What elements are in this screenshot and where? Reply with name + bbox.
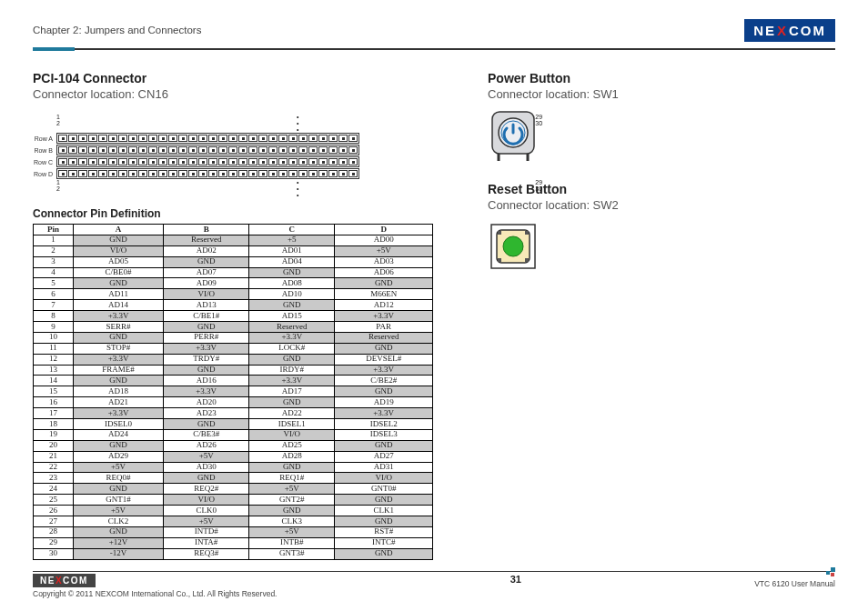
svg-rect-11 xyxy=(525,258,529,262)
svg-rect-13 xyxy=(831,567,835,572)
reset-button-title: Reset Button xyxy=(488,182,815,196)
pin-diagram-row: Row B xyxy=(33,145,433,155)
chapter-title: Chapter 2: Jumpers and Connectors xyxy=(33,25,201,35)
table-row: 25GNT1#VI/OGNT2#GND xyxy=(34,495,433,506)
power-button-location: Connector location: SW1 xyxy=(488,87,815,101)
table-row: 28GNDINTD#+5VRST# xyxy=(34,526,433,537)
page-number: 31 xyxy=(510,574,521,585)
copyright-text: Copyright © 2011 NEXCOM International Co… xyxy=(33,589,277,598)
footer-corner-mark xyxy=(826,567,835,576)
table-row: 13FRAME#GNDIRDY#+3.3V xyxy=(34,365,433,376)
pci104-location: Connector location: CN16 xyxy=(33,87,433,101)
table-row: 10GNDPERR#+3.3VReserved xyxy=(34,332,433,343)
table-row: 23REQ0#GNDREQ1#VI/O xyxy=(34,473,433,484)
table-row: 15AD18+3.3VAD17GND xyxy=(34,386,433,397)
table-row: 17+3.3VAD23AD22+3.3V xyxy=(34,408,433,419)
table-header: A xyxy=(74,225,164,235)
table-row: 30-12VREQ3#GNT3#GND xyxy=(34,548,433,559)
table-row: 6AD11VI/OAD10M66EN xyxy=(34,289,433,300)
pin-diagram-row: Row D xyxy=(33,168,433,179)
table-row: 2VI/OAD02AD01+5V xyxy=(34,245,433,256)
svg-rect-12 xyxy=(826,571,830,575)
pin-definition-table: PinABCD 1GNDReserved+5AD002VI/OAD02AD01+… xyxy=(33,224,433,560)
table-row: 5GNDAD09AD08GND xyxy=(34,278,433,289)
table-header: B xyxy=(164,225,249,235)
svg-rect-14 xyxy=(831,573,834,576)
table-row: 9SERR#GNDReservedPAR xyxy=(34,322,433,333)
pin-diagram-row: Row A xyxy=(33,133,433,144)
table-row: 1GNDReserved+5AD00 xyxy=(34,235,433,245)
page-footer: NEXCOM Copyright © 2011 NEXCOM Internati… xyxy=(33,571,835,599)
table-row: 16AD21AD20GNDAD19 xyxy=(34,397,433,408)
table-row: 29+12VINTA#INTB#INTC# xyxy=(34,537,433,548)
svg-point-7 xyxy=(503,236,523,256)
svg-rect-8 xyxy=(498,231,501,235)
header-rule xyxy=(33,47,835,51)
nexcom-logo: NEXCOM xyxy=(744,19,835,42)
table-row: 19AD24C/BE3#VI/OIDSEL3 xyxy=(34,429,433,440)
manual-name: VTC 6120 User Manual xyxy=(754,574,835,588)
pin-def-title: Connector Pin Definition xyxy=(33,207,433,220)
table-row: 18IDSEL0GNDIDSEL1IDSEL2 xyxy=(34,419,433,430)
table-row: 7AD14AD13GNDAD12 xyxy=(34,300,433,311)
table-header: D xyxy=(335,225,433,235)
pin-header-diagram: 1 2 • • • 29 30 Row ARow BRow CRow D 1 2… xyxy=(33,114,433,198)
table-row: 22+5VAD30GNDAD31 xyxy=(34,462,433,473)
table-row: 12+3.3VTRDY#GNDDEVSEL# xyxy=(34,354,433,365)
table-header: C xyxy=(249,225,335,235)
reset-button-icon xyxy=(488,221,815,275)
table-row: 4C/BE0#AD07GNDAD06 xyxy=(34,267,433,278)
table-header: Pin xyxy=(34,225,74,235)
svg-rect-10 xyxy=(498,258,501,262)
svg-rect-9 xyxy=(525,231,529,235)
table-row: 14GNDAD16+3.3VC/BE2# xyxy=(34,376,433,386)
power-button-title: Power Button xyxy=(488,71,815,85)
table-row: 11STOP#+3.3VLOCK#GND xyxy=(34,343,433,354)
table-row: 20GNDAD26AD25GND xyxy=(34,440,433,451)
table-row: 8+3.3VC/BE1#AD15+3.3V xyxy=(34,311,433,322)
table-row: 3AD05GNDAD04AD03 xyxy=(34,256,433,267)
table-row: 21AD29+5VAD28AD27 xyxy=(34,451,433,462)
pin-diagram-row: Row C xyxy=(33,156,433,167)
reset-button-location: Connector location: SW2 xyxy=(488,198,815,212)
pci104-title: PCI-104 Connector xyxy=(33,71,433,85)
power-button-icon xyxy=(488,110,815,167)
table-row: 26+5VCLK0GNDCLK1 xyxy=(34,506,433,516)
footer-logo: NEXCOM xyxy=(33,574,96,587)
table-row: 27CLK2+5VCLK3GND xyxy=(34,516,433,527)
table-row: 24GNDREQ2#+5VGNT0# xyxy=(34,484,433,495)
